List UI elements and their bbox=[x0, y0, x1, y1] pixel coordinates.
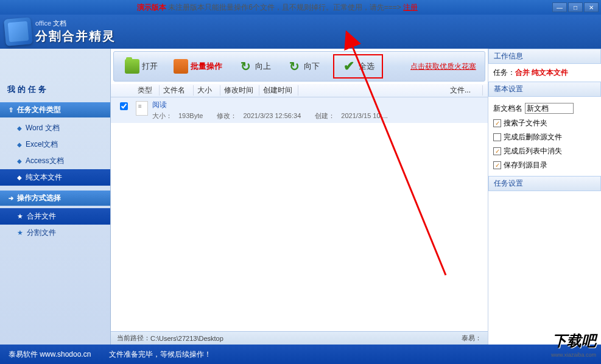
disk-icon bbox=[174, 59, 188, 74]
logo-area: office 文档 分割合并精灵 bbox=[5, 18, 116, 45]
sidebar: 我的任务 ⇧ 任务文件类型 ◆Word 文档 ◆Excel文档 ◆Access文… bbox=[0, 49, 111, 345]
star-icon: ★ bbox=[17, 212, 23, 220]
sidebar-item-split[interactable]: ★分割文件 bbox=[0, 225, 110, 241]
basic-settings-body: 新文档名 ✓搜索子文件夹 完成后删除源文件 ✓完成后列表中消失 ✓保存到源目录 bbox=[488, 97, 601, 176]
select-all-button[interactable]: ✔ 全选 bbox=[333, 54, 383, 79]
footer: 泰易软件 www.shodoo.cn 文件准备完毕，等候后续操作！ bbox=[0, 345, 601, 364]
diamond-icon: ◆ bbox=[17, 141, 22, 148]
task-info: 任务：合并 纯文本文件 bbox=[488, 64, 601, 82]
row-title: 阅读 bbox=[152, 100, 483, 110]
sidebar-item-access[interactable]: ◆Access文档 bbox=[0, 153, 110, 169]
path-bar: 当前路径： C:\Users\27213\Desktop 泰易： bbox=[111, 331, 488, 345]
task-settings-header[interactable]: 任务设置 bbox=[488, 176, 601, 191]
demo-text: 未注册版本只能批量操作6个文件，且不规则掉行。正常使用，请先===> bbox=[168, 3, 401, 12]
arrow-down-icon: ↻ bbox=[287, 59, 301, 74]
check-icon: ✔ bbox=[342, 59, 356, 74]
file-icon bbox=[134, 100, 150, 116]
checkbox-icon: ✓ bbox=[493, 161, 501, 169]
up-button[interactable]: ↻ 向上 bbox=[236, 57, 273, 76]
demo-label: 演示版本 bbox=[137, 3, 166, 12]
col-name[interactable]: 文件名 bbox=[160, 85, 194, 96]
sidebar-item-excel[interactable]: ◆Excel文档 bbox=[0, 136, 110, 153]
diamond-icon: ◆ bbox=[17, 125, 22, 131]
down-button[interactable]: ↻ 向下 bbox=[284, 57, 322, 76]
promo-link[interactable]: 点击获取优质火花塞 bbox=[410, 61, 476, 72]
batch-button[interactable]: 批量操作 bbox=[171, 57, 225, 76]
sidebar-item-text[interactable]: ◆纯文本文件 bbox=[0, 169, 110, 186]
diamond-icon: ◆ bbox=[17, 158, 22, 164]
logo-title: 分割合并精灵 bbox=[35, 28, 116, 44]
footer-status: 文件准备完毕，等候后续操作！ bbox=[109, 349, 211, 360]
cb-delete-source[interactable]: 完成后删除源文件 bbox=[493, 130, 596, 144]
logo-icon bbox=[4, 17, 33, 46]
star-icon: ★ bbox=[17, 229, 23, 237]
list-header: 类型 文件名 大小 修改时间 创建时间 文件... bbox=[111, 84, 488, 97]
content: 打开 批量操作 ↻ 向上 ↻ 向下 ✔ 全选 点击获取优质火花塞 类型 bbox=[111, 49, 488, 345]
col-size[interactable]: 大小 bbox=[194, 85, 220, 96]
path-value: C:\Users\27213\Desktop bbox=[150, 335, 223, 342]
arrow-right-icon: ➔ bbox=[9, 195, 13, 201]
diamond-icon: ◆ bbox=[17, 174, 22, 181]
row-checkbox[interactable] bbox=[116, 100, 132, 110]
watermark: 下载吧 bbox=[552, 331, 596, 351]
header: office 文档 分割合并精灵 bbox=[0, 15, 601, 49]
minimize-button[interactable]: — bbox=[552, 2, 567, 12]
footer-company: 泰易软件 www.shodoo.cn bbox=[9, 349, 91, 360]
col-modtime[interactable]: 修改时间 bbox=[220, 85, 259, 96]
sidebar-item-word[interactable]: ◆Word 文档 bbox=[0, 120, 110, 136]
checkbox-icon: ✓ bbox=[493, 119, 501, 127]
col-type[interactable]: 类型 bbox=[134, 85, 160, 96]
watermark-url: www.xiazaiba.com bbox=[551, 352, 596, 358]
checkbox-icon bbox=[493, 133, 501, 141]
right-panel: 工作信息 任务：合并 纯文本文件 基本设置 新文档名 ✓搜索子文件夹 完成后删除… bbox=[488, 49, 601, 345]
arrow-up-icon: ⇧ bbox=[9, 107, 13, 113]
sidebar-title: 我的任务 bbox=[0, 79, 110, 100]
main-area: 我的任务 ⇧ 任务文件类型 ◆Word 文档 ◆Excel文档 ◆Access文… bbox=[0, 49, 601, 345]
arrow-up-icon: ↻ bbox=[238, 59, 253, 74]
list-body: 阅读 大小：193Byte 修改：2021/3/23 12:56:34 创建：2… bbox=[111, 97, 488, 331]
logo-subtitle: office 文档 bbox=[35, 19, 116, 28]
register-link[interactable]: 注册 bbox=[403, 3, 418, 12]
new-doc-row: 新文档名 bbox=[493, 103, 596, 114]
row-meta: 大小：193Byte 修改：2021/3/23 12:56:34 创建：2021… bbox=[152, 111, 483, 121]
titlebar: 演示版本 未注册版本只能批量操作6个文件，且不规则掉行。正常使用，请先===> … bbox=[0, 0, 601, 15]
sidebar-group-header-filetype[interactable]: ⇧ 任务文件类型 bbox=[0, 102, 110, 117]
sidebar-group-operation: ➔ 操作方式选择 ★合并文件 ★分割文件 bbox=[0, 191, 110, 243]
sidebar-group-filetype: ⇧ 任务文件类型 ◆Word 文档 ◆Excel文档 ◆Access文档 ◆纯文… bbox=[0, 102, 110, 188]
sidebar-item-merge[interactable]: ★合并文件 bbox=[0, 208, 110, 225]
cb-subfolders[interactable]: ✓搜索子文件夹 bbox=[493, 116, 596, 130]
path-right: 泰易： bbox=[462, 334, 482, 343]
cb-save-source[interactable]: ✓保存到源目录 bbox=[493, 158, 596, 172]
col-ctime[interactable]: 创建时间 bbox=[259, 85, 298, 96]
path-label: 当前路径： bbox=[117, 334, 150, 343]
maximize-button[interactable]: □ bbox=[568, 2, 583, 12]
list-row[interactable]: 阅读 大小：193Byte 修改：2021/3/23 12:56:34 创建：2… bbox=[111, 97, 488, 123]
row-content: 阅读 大小：193Byte 修改：2021/3/23 12:56:34 创建：2… bbox=[152, 100, 483, 121]
new-doc-label: 新文档名 bbox=[493, 103, 522, 114]
close-button[interactable]: ✕ bbox=[584, 2, 599, 12]
window-controls: — □ ✕ bbox=[552, 2, 599, 12]
col-file[interactable]: 文件... bbox=[446, 85, 483, 96]
new-doc-input[interactable] bbox=[525, 103, 574, 114]
open-button[interactable]: 打开 bbox=[122, 57, 160, 76]
sidebar-group-header-operation[interactable]: ➔ 操作方式选择 bbox=[0, 191, 110, 206]
work-info-header: 工作信息 bbox=[488, 49, 601, 64]
logo-text: office 文档 分割合并精灵 bbox=[35, 19, 116, 44]
cb-clear-list[interactable]: ✓完成后列表中消失 bbox=[493, 144, 596, 158]
folder-icon bbox=[125, 59, 139, 74]
basic-settings-header[interactable]: 基本设置 bbox=[488, 82, 601, 97]
checkbox-icon: ✓ bbox=[493, 147, 501, 155]
toolbar: 打开 批量操作 ↻ 向上 ↻ 向下 ✔ 全选 点击获取优质火花塞 bbox=[113, 51, 485, 82]
demo-banner: 演示版本 未注册版本只能批量操作6个文件，且不规则掉行。正常使用，请先===> … bbox=[2, 2, 552, 13]
